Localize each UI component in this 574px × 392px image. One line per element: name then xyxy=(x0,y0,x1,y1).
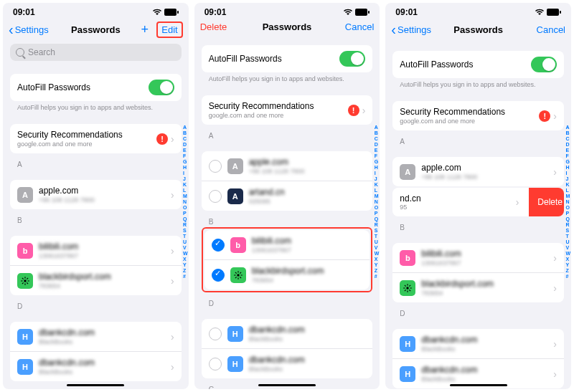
index-letter[interactable]: X xyxy=(565,257,570,262)
index-bar[interactable]: ABCDEFGHIJKLMNOPQRSTUVWXYZ# xyxy=(375,125,380,279)
index-letter[interactable]: T xyxy=(375,234,380,239)
index-letter[interactable]: A xyxy=(375,125,380,130)
index-letter[interactable]: H xyxy=(375,165,380,171)
autofill-toggle[interactable] xyxy=(149,80,174,95)
password-row[interactable]: A apple.com+86 108 1128 7800 › xyxy=(10,180,182,209)
select-radio-checked[interactable] xyxy=(212,239,225,252)
index-letter[interactable]: U xyxy=(183,239,188,245)
index-letter[interactable]: I xyxy=(183,171,188,176)
index-letter[interactable]: N xyxy=(375,199,380,205)
index-letter[interactable]: V xyxy=(183,245,188,251)
security-row[interactable]: Security Recommendationsgoogle.com and o… xyxy=(202,95,373,125)
password-row[interactable]: b bilibili.com13061637867 › xyxy=(392,243,564,273)
index-letter[interactable]: C xyxy=(375,136,380,142)
index-letter[interactable]: J xyxy=(183,176,188,182)
index-letter[interactable]: T xyxy=(183,234,188,239)
add-button[interactable] xyxy=(141,22,149,37)
password-row-selectable[interactable]: A apple.com+86 108 1128 7800 xyxy=(202,151,373,181)
index-letter[interactable]: H xyxy=(565,165,570,171)
index-letter[interactable]: O xyxy=(565,205,570,211)
delete-button[interactable]: Delete xyxy=(200,21,243,32)
index-letter[interactable]: M xyxy=(183,193,188,199)
index-letter[interactable]: M xyxy=(565,193,570,199)
index-letter[interactable]: # xyxy=(183,274,188,279)
select-radio[interactable] xyxy=(209,190,222,203)
cancel-button[interactable]: Cancel xyxy=(331,21,374,32)
search-input[interactable]: Search xyxy=(10,44,182,61)
select-radio[interactable] xyxy=(209,358,222,371)
index-letter[interactable]: D xyxy=(183,142,188,148)
index-letter[interactable]: K xyxy=(375,182,380,188)
index-letter[interactable]: X xyxy=(375,257,380,262)
index-letter[interactable]: O xyxy=(375,205,380,211)
index-letter[interactable]: G xyxy=(183,159,188,165)
index-letter[interactable]: J xyxy=(565,176,570,182)
password-row-selectable[interactable]: H dbankcdn.comBlackBooks xyxy=(202,349,373,378)
autofill-toggle[interactable] xyxy=(531,57,557,72)
password-row-selectable[interactable]: A artand.cn025095 xyxy=(202,181,373,211)
index-letter[interactable]: X xyxy=(183,257,188,262)
select-radio[interactable] xyxy=(209,328,222,340)
index-bar[interactable]: ABCDEFGHIJKLMNOPQRSTUVWXYZ# xyxy=(565,125,570,279)
index-letter[interactable]: # xyxy=(565,274,570,279)
index-letter[interactable]: L xyxy=(183,188,188,193)
index-letter[interactable]: S xyxy=(375,228,380,234)
index-letter[interactable]: B xyxy=(375,130,380,136)
home-indicator[interactable] xyxy=(67,384,124,386)
index-letter[interactable]: N xyxy=(183,199,188,205)
index-letter[interactable]: W xyxy=(183,251,188,257)
index-letter[interactable]: V xyxy=(565,245,570,251)
security-row[interactable]: Security Recommendationsgoogle.com and o… xyxy=(392,101,564,130)
index-letter[interactable]: Z xyxy=(375,268,380,274)
autofill-row[interactable]: AutoFill Passwords xyxy=(392,51,564,78)
password-row[interactable]: blackbirdsport.com783654 › xyxy=(10,266,182,295)
index-letter[interactable]: R xyxy=(565,222,570,228)
index-letter[interactable]: I xyxy=(565,171,570,176)
cancel-button[interactable]: Cancel xyxy=(522,24,565,35)
index-letter[interactable]: E xyxy=(183,148,188,153)
security-row[interactable]: Security Recommendationsgoogle.com and o… xyxy=(10,124,182,153)
password-row[interactable]: b bilibili.com13061637867 › xyxy=(10,236,182,266)
index-bar[interactable]: ABCDEFGHIJKLMNOPQRSTUVWXYZ# xyxy=(183,125,188,279)
index-letter[interactable]: # xyxy=(375,274,380,279)
index-letter[interactable]: S xyxy=(183,228,188,234)
password-row[interactable]: H dbankcdn.comBlackBooks › xyxy=(10,352,182,381)
index-letter[interactable]: M xyxy=(375,193,380,199)
index-letter[interactable]: E xyxy=(375,148,380,153)
index-letter[interactable]: J xyxy=(375,176,380,182)
index-letter[interactable]: U xyxy=(375,239,380,245)
index-letter[interactable]: D xyxy=(375,142,380,148)
index-letter[interactable]: F xyxy=(183,153,188,159)
index-letter[interactable]: C xyxy=(183,136,188,142)
index-letter[interactable]: B xyxy=(565,130,570,136)
password-row-swiped[interactable]: nd.cn 95 › Delete xyxy=(392,188,564,216)
autofill-row[interactable]: AutoFill Passwords xyxy=(202,45,373,72)
index-letter[interactable]: G xyxy=(565,159,570,165)
autofill-toggle[interactable] xyxy=(339,51,365,67)
password-row[interactable]: H dbankcdn.comBlackBooks › xyxy=(392,329,564,359)
index-letter[interactable]: K xyxy=(565,182,570,188)
index-letter[interactable]: I xyxy=(375,171,380,176)
index-letter[interactable]: P xyxy=(375,211,380,216)
home-indicator[interactable] xyxy=(258,384,316,386)
index-letter[interactable]: Y xyxy=(375,262,380,268)
index-letter[interactable]: U xyxy=(565,239,570,245)
password-row-selectable[interactable]: H dbankcdn.comBlackBooks xyxy=(202,319,373,349)
index-letter[interactable]: V xyxy=(375,245,380,251)
index-letter[interactable]: Y xyxy=(183,262,188,268)
index-letter[interactable]: Z xyxy=(183,268,188,274)
back-button[interactable]: Settings xyxy=(391,21,434,38)
index-letter[interactable]: Q xyxy=(183,216,188,222)
autofill-row[interactable]: AutoFill Passwords xyxy=(10,74,182,101)
index-letter[interactable]: A xyxy=(183,125,188,130)
select-radio-checked[interactable] xyxy=(212,269,225,282)
index-letter[interactable]: K xyxy=(183,182,188,188)
password-row[interactable]: blackbirdsport.com783654 › xyxy=(392,273,564,302)
index-letter[interactable]: N xyxy=(565,199,570,205)
swipe-delete-button[interactable]: Delete xyxy=(529,188,564,216)
select-radio[interactable] xyxy=(209,160,222,173)
index-letter[interactable]: R xyxy=(183,222,188,228)
index-letter[interactable]: O xyxy=(183,205,188,211)
password-row-selectable[interactable]: blackbirdsport.com783654 xyxy=(204,260,370,290)
index-letter[interactable]: W xyxy=(565,251,570,257)
